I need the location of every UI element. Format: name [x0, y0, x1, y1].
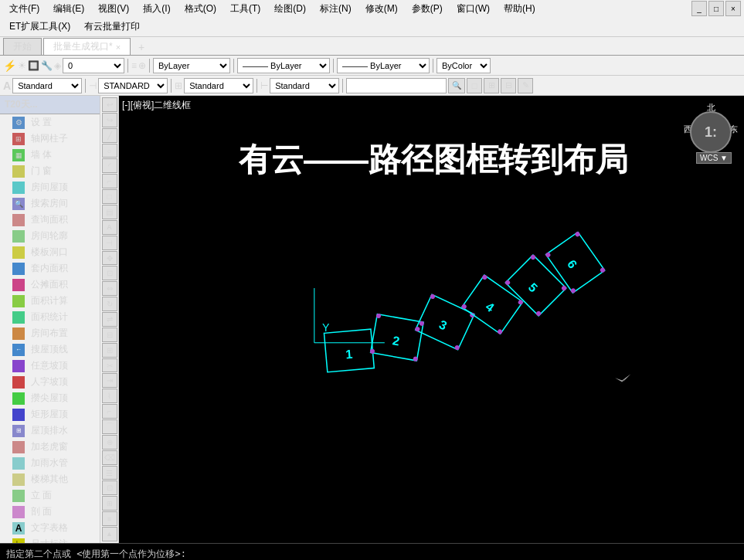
menu-draw[interactable]: 绘图(D) — [268, 1, 312, 17]
left-item-door[interactable]: 门 窗 — [0, 163, 100, 179]
toolbar3-btn1[interactable]: □ — [467, 78, 482, 93]
menu-format[interactable]: 格式(O) — [178, 1, 223, 17]
svg-point-22 — [497, 328, 503, 334]
rotate-icon-btn[interactable]: ↻ — [102, 297, 117, 311]
array-icon-btn[interactable]: ⊞ — [102, 343, 117, 358]
tab-start[interactable]: 开始 — [3, 38, 42, 55]
left-item-roofline[interactable]: ← 搜屋顶线 — [0, 341, 100, 358]
dim-style-selector[interactable]: STANDARD — [98, 78, 168, 93]
copy-icon-btn[interactable]: ⊡ — [102, 266, 117, 280]
extend-icon-btn[interactable]: ⇥ — [102, 373, 117, 388]
left-item-slabhole[interactable]: 楼板洞口 — [0, 244, 100, 260]
left-item-roomcontour[interactable]: 房间轮廓 — [0, 228, 100, 244]
left-item-dormer[interactable]: 加老虎窗 — [0, 439, 100, 455]
left-item-elevation[interactable]: 立 面 — [0, 487, 100, 504]
left-item-innerarea[interactable]: 套内面积 — [0, 260, 100, 277]
left-item-pyramidroof[interactable]: 攒尖屋顶 — [0, 390, 100, 406]
svg-point-26 — [561, 285, 568, 292]
window-minimize[interactable]: _ — [691, 1, 707, 16]
toolbar3-btn4[interactable]: ✎ — [518, 78, 533, 93]
break-icon-btn[interactable]: ⌇ — [102, 389, 117, 403]
hatch-icon-btn[interactable]: ▤ — [102, 205, 117, 219]
arc-icon-btn[interactable]: ◜ — [102, 158, 117, 173]
elevation-icon — [12, 490, 25, 502]
menu-param[interactable]: 参数(P) — [406, 1, 449, 17]
search-btn[interactable]: 🔍 — [448, 78, 465, 93]
chamfer-icon-btn[interactable]: ⌐ — [102, 404, 117, 419]
extra-icon-btn3[interactable]: ▲ — [102, 527, 117, 541]
dim-icon-btn[interactable]: ⊣ — [102, 236, 117, 250]
wcs-button[interactable]: WCS ▼ — [696, 152, 732, 164]
window-restore[interactable]: □ — [708, 1, 724, 16]
table-style-selector[interactable]: Standard — [184, 78, 253, 93]
left-item-settings[interactable]: ⚙ 设 置 — [0, 114, 100, 131]
left-item-downspout[interactable]: 加雨水管 — [0, 455, 100, 471]
fillet-icon-btn[interactable]: ⌒ — [102, 419, 117, 434]
line-icon-btn[interactable]: ╱ — [102, 128, 117, 143]
left-item-section[interactable]: 剖 面 — [0, 504, 100, 520]
polyline-icon-btn[interactable]: ⌐ — [102, 174, 117, 188]
stretch-icon-btn[interactable]: ⇔ — [102, 281, 117, 296]
color-selector[interactable]: ByLayer — [153, 58, 230, 73]
extra-icon-btn1[interactable]: ⊞ — [102, 496, 117, 511]
search-input[interactable] — [346, 78, 447, 93]
explode-icon-btn[interactable]: ⊕ — [102, 435, 117, 450]
tab-close-btn[interactable]: × — [116, 42, 121, 52]
left-item-anyroof[interactable]: 任意坡顶 — [0, 358, 100, 374]
circle-icon-btn[interactable]: ○ — [102, 144, 117, 158]
offset-icon-btn[interactable]: ⊟ — [102, 328, 117, 342]
toolbar3-btn3[interactable]: ⊟ — [501, 78, 516, 93]
menu-edit[interactable]: 编辑(E) — [47, 1, 90, 17]
left-item-sharedarea[interactable]: 公摊面积 — [0, 277, 100, 293]
trim-icon-btn[interactable]: ✂ — [102, 358, 117, 373]
text-style-selector[interactable]: Standard — [12, 78, 82, 93]
move-icon-btn[interactable]: ✥ — [102, 251, 117, 266]
left-item-stair[interactable]: 楼梯其他 — [0, 471, 100, 487]
left-item-areastats[interactable]: 面积统计 — [0, 309, 100, 325]
lineweight-selector[interactable]: ——— ByLayer — [337, 58, 430, 73]
layer-icon-btn[interactable]: ☰ — [102, 466, 117, 480]
tab-add-btn[interactable]: + — [132, 39, 151, 55]
canvas-area[interactable]: [-][俯视]二维线框 有云——路径图框转到布局 Y 1 2 — [119, 96, 744, 543]
viewport-icon-btn[interactable]: ⊡ — [102, 480, 117, 495]
left-item-gableroof[interactable]: 人字坡顶 — [0, 374, 100, 390]
text-icon-btn[interactable]: A — [102, 220, 117, 235]
menu-window[interactable]: 窗口(W) — [450, 1, 496, 17]
tab-batch-viewport[interactable]: 批量生成视口* × — [43, 38, 131, 55]
redo-icon-btn[interactable]: ↪ — [102, 113, 117, 127]
toolbar3-btn2[interactable]: ⊞ — [484, 78, 499, 93]
menu-modify[interactable]: 修改(M) — [359, 1, 404, 17]
et-tools-btn[interactable]: ET扩展工具(X) — [3, 19, 76, 35]
menu-insert[interactable]: 插入(I) — [137, 1, 176, 17]
rect-icon-btn[interactable]: □ — [102, 189, 117, 204]
left-item-rectroof[interactable]: 矩形屋顶 — [0, 406, 100, 423]
menu-dimension[interactable]: 标注(N) — [314, 1, 358, 17]
left-item-texttable[interactable]: A 文字表格 — [0, 520, 100, 536]
left-item-searchroom[interactable]: 🔍 搜索房间 — [0, 195, 100, 212]
menu-help[interactable]: 帮助(H) — [498, 1, 542, 17]
batch-print-btn[interactable]: 有云批量打印 — [78, 19, 146, 35]
menu-tools[interactable]: 工具(T) — [224, 1, 267, 17]
left-item-roomplace[interactable]: 房间布置 — [0, 325, 100, 341]
compass-label: 1: — [705, 124, 717, 141]
left-item-wall[interactable]: ▦ 墙 体 — [0, 147, 100, 163]
left-item-areacalc[interactable]: 面积计算 — [0, 293, 100, 309]
erase-icon-btn[interactable]: ⌫ — [102, 450, 117, 465]
plotstyle-selector[interactable]: ByColor — [437, 58, 491, 73]
left-item-roofdrain[interactable]: ⊞ 屋顶排水 — [0, 423, 100, 439]
left-item-room[interactable]: 房间屋顶 — [0, 179, 100, 195]
layer-icon5: ◈ — [54, 60, 61, 71]
menu-view[interactable]: 视图(V) — [92, 1, 135, 17]
menu-file[interactable]: 文件(F) — [3, 1, 46, 17]
layer-selector[interactable]: 0 — [63, 58, 124, 73]
left-item-dimension[interactable]: ⊢ 尺寸标注 — [0, 536, 100, 543]
sep3 — [233, 59, 234, 73]
left-item-grid[interactable]: ⊞ 轴网柱子 — [0, 131, 100, 147]
linetype-selector[interactable]: ——— ByLayer — [237, 58, 330, 73]
mleader-style-selector[interactable]: Standard — [270, 78, 339, 93]
undo-icon-btn[interactable]: ↩ — [102, 97, 117, 112]
mirror-icon-btn[interactable]: ⇌ — [102, 312, 117, 327]
window-close[interactable]: × — [725, 1, 741, 16]
extra-icon-btn2[interactable]: ≡ — [102, 511, 117, 526]
left-item-queryarea[interactable]: 查询面积 — [0, 212, 100, 228]
